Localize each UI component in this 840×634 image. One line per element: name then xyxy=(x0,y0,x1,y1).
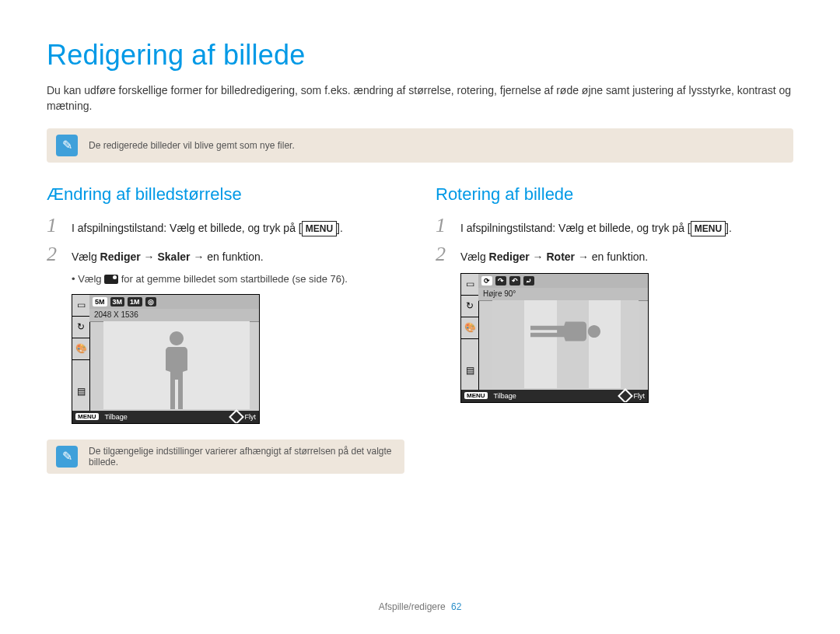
t: I afspilningstilstand: Vælg et billede, … xyxy=(460,222,691,234)
size-option: 1M xyxy=(128,297,142,306)
size-option: 5M xyxy=(93,297,107,306)
menu-badge: MENU xyxy=(302,221,337,236)
t: ]. xyxy=(726,222,732,234)
step-2-right: 2 Vælg Rediger → Roter → en funktion. xyxy=(436,244,793,265)
section-rotate: Rotering af billede 1 I afspilningstilst… xyxy=(436,184,793,496)
step1-post: ]. xyxy=(337,222,343,234)
t: Roter xyxy=(546,250,575,263)
footer-section: Afspille/redigere xyxy=(379,601,446,612)
camera-ui-rotate: ▭ ↻ 🎨 ▤ ⟳ ↷ ↶ ⤾ Højre 90° xyxy=(460,273,649,403)
t: for at gemme billedet som startbillede (… xyxy=(118,273,348,285)
note-icon xyxy=(56,135,78,156)
palette-icon: 🎨 xyxy=(461,317,478,339)
menu-badge-icon: MENU xyxy=(75,413,99,420)
ui-viewport xyxy=(103,321,250,409)
move-icon xyxy=(618,388,633,403)
step-number: 2 xyxy=(436,244,451,264)
section-resize: Ændring af billedstørrelse 1 I afspilnin… xyxy=(47,184,404,496)
back-label: Tilbage xyxy=(105,413,128,421)
heading-resize: Ændring af billedstørrelse xyxy=(47,184,404,205)
step1-pre: I afspilningstilstand: Vælg et billede, … xyxy=(72,222,302,234)
t: Skaler xyxy=(157,250,190,263)
page-footer: Afspille/redigere 62 xyxy=(0,601,840,612)
footer-page-number: 62 xyxy=(451,601,461,612)
back-label: Tilbage xyxy=(494,392,516,400)
move-label: Flyt xyxy=(245,413,257,421)
start-image-icon xyxy=(104,275,118,284)
t: → xyxy=(141,250,158,263)
intro-paragraph: Du kan udføre forskellige former for bil… xyxy=(47,82,793,114)
page-title: Redigering af billede xyxy=(47,39,793,72)
ui-bottombar: MENU Tilbage Flyt xyxy=(72,411,259,423)
ui-viewport xyxy=(492,300,639,388)
t: → xyxy=(530,250,547,263)
step-number: 1 xyxy=(436,215,451,236)
step-1-left: 1 I afspilningstilstand: Vælg et billede… xyxy=(47,215,404,236)
sub-bullet-left: • Vælg for at gemme billedet som startbi… xyxy=(72,273,404,285)
rotate-option-icon: ⟳ xyxy=(481,276,492,285)
resize-icon: ▭ xyxy=(72,295,89,317)
move-icon xyxy=(229,409,244,424)
t: → en funktion. xyxy=(575,250,648,263)
rotate-icon: ↻ xyxy=(461,296,478,317)
person-silhouette xyxy=(156,331,197,409)
person-silhouette-lying xyxy=(530,311,600,352)
ui-topbar: ⟳ ↷ ↶ ⤾ xyxy=(478,274,648,289)
ui-rotate-label: Højre 90° xyxy=(478,288,648,301)
t: Rediger xyxy=(100,250,141,263)
rotate-option-icon: ↶ xyxy=(509,276,520,285)
step-number: 2 xyxy=(47,244,62,264)
step-1-right: 1 I afspilningstilstand: Vælg et billede… xyxy=(436,215,793,236)
step-text: Vælg Rediger → Roter → en funktion. xyxy=(460,249,648,265)
note-icon xyxy=(56,446,78,468)
move-label: Flyt xyxy=(634,392,646,400)
t: Vælg xyxy=(460,250,489,263)
step-text: Vælg Rediger → Skaler → en funktion. xyxy=(72,249,264,265)
menu-badge: MENU xyxy=(691,221,726,236)
step-text: I afspilningstilstand: Vælg et billede, … xyxy=(460,220,732,236)
ui-resolution-label: 2048 X 1536 xyxy=(89,309,259,322)
rotate-icon: ↻ xyxy=(72,317,89,338)
t: Vælg xyxy=(72,250,100,263)
ui-sidebar: ▭ ↻ 🎨 ▤ xyxy=(72,295,90,423)
resize-icon: ▭ xyxy=(461,274,478,296)
start-image-icon: ◎ xyxy=(145,297,156,306)
size-option: 3M xyxy=(110,297,125,306)
ui-bottombar: MENU Tilbage Flyt xyxy=(461,390,648,402)
t: • Vælg xyxy=(72,273,104,285)
rotate-option-icon: ↷ xyxy=(495,276,506,285)
heading-rotate: Rotering af billede xyxy=(436,184,793,205)
palette-icon: 🎨 xyxy=(72,338,89,360)
step-2-left: 2 Vælg Rediger → Skaler → en funktion. xyxy=(47,244,404,265)
ui-sidebar: ▭ ↻ 🎨 ▤ xyxy=(461,274,479,402)
note-text-left: De tilgængelige indstillinger varierer a… xyxy=(89,446,395,468)
ui-topbar: 5M 3M 1M ◎ xyxy=(89,295,259,310)
step-text: I afspilningstilstand: Vælg et billede, … xyxy=(72,220,343,236)
step-number: 1 xyxy=(47,215,62,236)
note-box-left: De tilgængelige indstillinger varierer a… xyxy=(47,440,404,474)
note-text-top: De redigerede billeder vil blive gemt so… xyxy=(89,140,295,151)
rotate-option-icon: ⤾ xyxy=(523,276,534,285)
t: → en funktion. xyxy=(191,250,264,263)
menu-badge-icon: MENU xyxy=(464,392,488,399)
note-box-top: De redigerede billeder vil blive gemt so… xyxy=(47,128,793,163)
camera-ui-resize: ▭ ↻ 🎨 ▤ 5M 3M 1M ◎ 2048 X 1536 xyxy=(72,294,260,424)
t: Rediger xyxy=(489,250,530,263)
